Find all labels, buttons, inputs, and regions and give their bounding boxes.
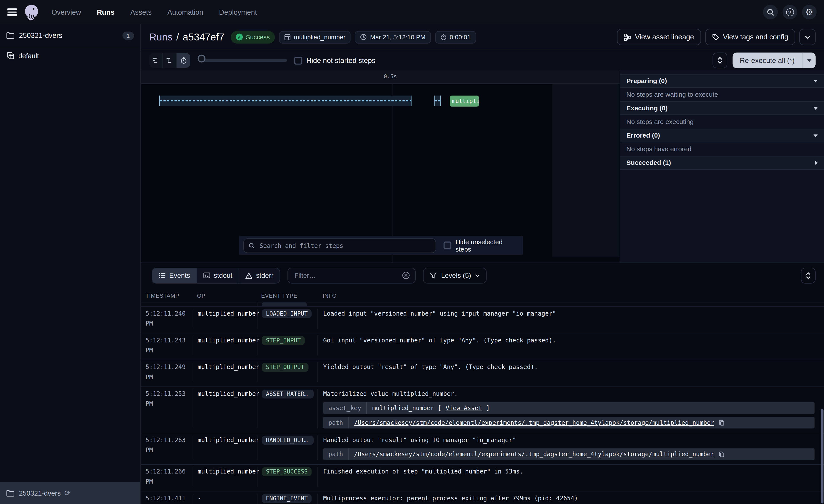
help-icon: ? <box>786 8 794 16</box>
clear-filter-icon[interactable] <box>402 271 410 279</box>
path-link[interactable]: /Users/smackesey/stm/code/elementl/exper… <box>354 417 714 428</box>
dagster-logo-icon[interactable] <box>23 4 40 20</box>
event-info-text: Handled output "result" using IO manager… <box>323 435 824 445</box>
table-row[interactable]: 5:12:11.240 PMmultiplied_numberLOADED_IN… <box>141 307 824 334</box>
nav-deployment[interactable]: Deployment <box>219 8 257 16</box>
hide-not-started-checkbox[interactable]: Hide not started steps <box>294 56 376 64</box>
layout-segmented-control <box>149 53 190 68</box>
view-tags-config-button[interactable]: View tags and config <box>705 29 795 45</box>
re-execute-button[interactable]: Re-execute all (*) <box>732 52 802 69</box>
path-link[interactable]: /Users/smackesey/stm/code/elementl/exper… <box>354 449 714 460</box>
nav-runs[interactable]: Runs <box>97 8 114 16</box>
table-row[interactable] <box>141 302 824 306</box>
nav-automation[interactable]: Automation <box>167 8 203 16</box>
breadcrumb-separator: / <box>176 31 179 43</box>
metadata-value: /Users/smackesey/stm/code/elementl/exper… <box>349 417 730 428</box>
metadata-value: multiplied_number [View Asset] <box>367 402 495 413</box>
table-row[interactable]: 5:12:11.263 PMmultiplied_numberHANDLED_O… <box>141 433 824 465</box>
section-succeeded[interactable]: Succeeded (1) <box>620 156 824 169</box>
section-errored[interactable]: Errored (0) <box>620 129 824 142</box>
table-row[interactable]: 5:12:11.266 PMmultiplied_numberSTEP_SUCC… <box>141 465 824 491</box>
event-type-badge: ENGINE_EVENT <box>262 494 312 503</box>
log-filter-input[interactable] <box>293 271 398 280</box>
sidebar-repo[interactable]: 250321-dvers 1 <box>0 24 140 47</box>
section-executing[interactable]: Executing (0) <box>620 101 824 115</box>
search-button[interactable] <box>763 5 778 19</box>
asset-grid-icon <box>285 34 291 40</box>
run-actions-menu-button[interactable] <box>799 29 816 45</box>
log-scrollbar[interactable] <box>821 409 823 504</box>
event-table-body: 5:12:11.240 PMmultiplied_numberLOADED_IN… <box>141 302 824 504</box>
hide-unselected-label: Hide unselected steps <box>455 238 519 253</box>
col-event-type: EVENT TYPE <box>257 292 317 299</box>
folder-icon <box>6 32 14 39</box>
step-search-input[interactable] <box>259 241 431 250</box>
caret-down-icon <box>813 80 818 82</box>
primary-nav: Overview Runs Assets Automation Deployme… <box>51 8 257 16</box>
event-timestamp: 5:12:11.411 PM <box>141 494 193 504</box>
nav-overview[interactable]: Overview <box>51 8 81 16</box>
gantt-waiting-bar[interactable] <box>159 96 411 106</box>
section-preparing[interactable]: Preparing (0) <box>620 74 824 88</box>
caret-right-icon <box>815 161 818 165</box>
nav-assets[interactable]: Assets <box>130 8 151 16</box>
tag-icon <box>712 33 719 41</box>
log-tabs: Events stdout stderr <box>152 268 280 283</box>
settings-button[interactable]: ⚙ <box>802 5 817 19</box>
gantt-search-overlay: Hide unselected steps <box>239 236 523 255</box>
levels-filter-button[interactable]: Levels (5) <box>423 268 487 283</box>
metadata-value-text: multiplied_number [ <box>372 402 441 413</box>
waterfall-layout-icon[interactable] <box>163 53 177 68</box>
stopwatch-icon <box>440 33 446 40</box>
flat-layout-icon[interactable] <box>149 53 163 68</box>
asset-tag[interactable]: multiplied_number <box>279 31 351 43</box>
event-op: multiplied_number <box>193 435 257 460</box>
repo-count-badge: 1 <box>122 31 134 39</box>
event-info: Yielded output "result" of type "Any". (… <box>317 362 824 382</box>
event-info: Multiprocess executor: parent process ex… <box>317 494 824 504</box>
tab-events[interactable]: Events <box>152 268 197 283</box>
gantt-gridline <box>393 84 393 262</box>
sidebar-item-default[interactable]: default <box>0 47 140 64</box>
event-type-cell <box>257 302 317 306</box>
gantt-waiting-bar-short[interactable] <box>434 96 441 106</box>
event-info-text: Yielded output "result" of type "Any". (… <box>323 362 824 372</box>
help-button[interactable]: ? <box>783 5 797 19</box>
slider-knob[interactable] <box>198 54 205 62</box>
table-row[interactable]: 5:12:11.243 PMmultiplied_numberSTEP_INPU… <box>141 333 824 360</box>
table-row[interactable]: 5:12:11.253 PMmultiplied_numberASSET_MAT… <box>141 387 824 433</box>
col-timestamp: TIMESTAMP <box>141 292 193 299</box>
metadata-key: path <box>323 449 349 460</box>
re-execute-dropdown[interactable] <box>802 52 816 69</box>
event-op: multiplied_number <box>193 389 257 428</box>
breadcrumb-runs-link[interactable]: Runs <box>149 31 173 43</box>
table-row[interactable]: 5:12:11.411 PM-ENGINE_EVENTMultiprocess … <box>141 491 824 504</box>
run-header: Runs / a5347ef7 ✓ Success multiplied_num… <box>141 24 824 50</box>
menu-icon[interactable] <box>7 8 17 16</box>
expand-log-button[interactable] <box>801 268 816 283</box>
tab-stderr[interactable]: stderr <box>239 268 280 283</box>
expand-gantt-button[interactable] <box>713 52 727 69</box>
hide-unselected-checkbox[interactable]: Hide unselected steps <box>443 238 519 253</box>
log-filter-box[interactable] <box>288 268 416 283</box>
check-icon: ✓ <box>236 33 243 40</box>
event-timestamp: 5:12:11.249 PM <box>141 362 193 382</box>
timed-layout-icon[interactable] <box>177 53 190 68</box>
view-asset-lineage-button[interactable]: View asset lineage <box>617 29 701 45</box>
gantt-step-bar[interactable]: multipli… <box>450 96 479 107</box>
table-row[interactable]: 5:12:11.249 PMmultiplied_numberSTEP_OUTP… <box>141 360 824 387</box>
section-errored-message: No steps have errored <box>620 142 824 156</box>
copy-icon[interactable] <box>718 451 725 458</box>
tab-stdout[interactable]: stdout <box>197 268 239 283</box>
step-search-box[interactable] <box>243 238 436 253</box>
list-icon <box>159 272 166 278</box>
copy-icon[interactable] <box>718 419 725 426</box>
slider-track <box>201 59 287 62</box>
refresh-icon[interactable]: ⟳ <box>64 489 70 497</box>
event-timestamp: 5:12:11.253 PM <box>141 389 193 428</box>
event-type-badge: LOADED_INPUT <box>262 309 312 318</box>
col-info: INFO <box>317 292 824 299</box>
zoom-slider[interactable] <box>198 53 287 68</box>
metadata-box: asset_keymultiplied_number [View Asset] <box>323 402 815 413</box>
view-asset-link[interactable]: View Asset <box>445 402 482 413</box>
